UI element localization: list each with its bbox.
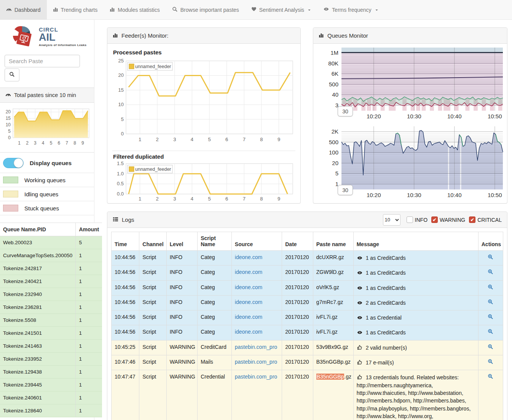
chevron-down-icon xyxy=(375,7,378,13)
svg-text:5: 5 xyxy=(50,140,53,146)
log-paste-name: 53v9Bx9G.gz xyxy=(313,340,353,355)
log-date: 20170120 xyxy=(282,325,313,340)
nav-item-terms-frequency[interactable]: Terms frequency xyxy=(317,0,384,19)
svg-text:15: 15 xyxy=(118,87,124,93)
log-channel: Script xyxy=(139,370,166,420)
logs-col-date: Date xyxy=(282,232,313,251)
zoom-paste-button[interactable] xyxy=(488,345,493,351)
log-level: INFO xyxy=(166,280,198,295)
nav-item-dashboard[interactable]: Dashboard xyxy=(0,0,47,19)
log-script: Categ xyxy=(198,266,232,280)
log-time: 10:44:56 xyxy=(112,280,139,295)
display-queues-toggle[interactable] xyxy=(3,158,24,168)
log-source-link[interactable]: ideone.com xyxy=(235,314,262,320)
legend-idling-queues: Idling queues xyxy=(0,187,94,201)
log-source-link[interactable]: ideone.com xyxy=(235,254,262,260)
eye-icon xyxy=(357,270,363,277)
log-date: 20170120 xyxy=(282,266,313,280)
bars-icon xyxy=(110,6,115,13)
queue-table-row: Tokenize.55081 xyxy=(0,314,102,327)
log-source-link[interactable]: ideone.com xyxy=(235,299,262,305)
zoom-paste-button[interactable] xyxy=(488,329,493,336)
eye-icon xyxy=(357,330,363,336)
zoom-paste-button[interactable] xyxy=(488,360,493,366)
eye-icon xyxy=(323,6,329,13)
log-time: 10:44:56 xyxy=(112,266,139,280)
logo-mark-icon xyxy=(8,24,37,49)
svg-text:6K: 6K xyxy=(332,70,338,77)
svg-text:3: 3 xyxy=(34,140,37,146)
log-time: 10:47:47 xyxy=(112,370,139,420)
svg-text:0.5: 0.5 xyxy=(117,181,124,186)
nav-item-sentiment-analysis[interactable]: Sentiment Analysis xyxy=(245,0,317,19)
queues-global-interval-input[interactable] xyxy=(338,106,353,116)
svg-text:9: 9 xyxy=(278,196,280,202)
total-pastes-chart: 05101520123456789 xyxy=(0,103,94,153)
log-script: Categ xyxy=(198,325,232,340)
svg-text:5: 5 xyxy=(8,129,11,134)
svg-text:1.5: 1.5 xyxy=(117,161,124,166)
svg-text:40: 40 xyxy=(332,91,338,98)
log-channel: Script xyxy=(139,295,166,310)
svg-text:6: 6 xyxy=(57,140,60,146)
svg-text:8: 8 xyxy=(260,196,263,202)
nav-item-trending-charts[interactable]: Trending charts xyxy=(47,0,104,19)
log-row: 10:47:46 Script WARNING Mails pastebin.c… xyxy=(112,355,503,370)
log-channel: Script xyxy=(139,355,166,370)
log-level: INFO xyxy=(166,310,198,325)
search-icon xyxy=(172,6,178,13)
svg-text:7: 7 xyxy=(243,196,246,202)
svg-text:1M: 1M xyxy=(330,49,338,56)
filter-checkbox-info[interactable] xyxy=(407,216,413,223)
thumbs-up-icon xyxy=(357,345,363,352)
log-level: INFO xyxy=(166,251,198,266)
zoom-paste-button[interactable] xyxy=(488,300,493,306)
zoom-paste-button[interactable] xyxy=(488,315,493,321)
queue-table-row: Tokenize.2428171 xyxy=(0,262,102,275)
filter-checkbox-critical[interactable]: ✔ xyxy=(469,216,475,223)
zoom-paste-button[interactable] xyxy=(488,374,493,380)
svg-text:6: 6 xyxy=(225,196,228,202)
svg-text:7: 7 xyxy=(243,137,246,142)
log-time: 10:44:56 xyxy=(112,325,139,340)
legend-working-queues: Working queues xyxy=(0,173,94,187)
log-source-link[interactable]: ideone.com xyxy=(235,284,262,290)
log-time: 10:47:46 xyxy=(112,355,139,370)
log-time: 10:44:56 xyxy=(112,251,139,266)
svg-text:10: 10 xyxy=(118,102,124,107)
log-source-link[interactable]: pastebin.com_pro xyxy=(235,344,277,350)
log-message: 1 as CreditCards xyxy=(353,266,478,280)
svg-text:10:20: 10:20 xyxy=(367,113,381,119)
svg-text:15: 15 xyxy=(6,116,11,121)
log-source-link[interactable]: pastebin.com_pro xyxy=(235,359,277,365)
search-paste-input[interactable] xyxy=(5,55,80,67)
svg-text:20: 20 xyxy=(6,109,11,115)
log-row: 10:47:47 Script WARNING Credential paste… xyxy=(112,370,503,420)
svg-text:8: 8 xyxy=(260,137,263,142)
log-row: 10:44:56 Script INFO Categ ideone.com 20… xyxy=(112,251,503,266)
log-date: 20170120 xyxy=(282,280,313,295)
logs-page-size-select[interactable]: 10 xyxy=(383,214,400,226)
log-source-link[interactable]: pastebin.com_pro xyxy=(235,374,277,380)
zoom-paste-button[interactable] xyxy=(488,255,493,261)
logs-panel-title: Logs xyxy=(122,216,134,223)
log-channel: Script xyxy=(139,266,166,280)
svg-text:20: 20 xyxy=(332,160,338,166)
log-time: 10:44:56 xyxy=(112,310,139,325)
queue-table-header-amount: Amount xyxy=(76,223,102,236)
svg-text:2K: 2K xyxy=(332,128,338,135)
nav-item-modules-statistics[interactable]: Modules statistics xyxy=(104,0,166,19)
processed-pastes-title: Processed pastes xyxy=(113,49,295,56)
queue-table-row: Tokenize.1286401 xyxy=(0,404,102,417)
filter-checkbox-warning[interactable]: ✔ xyxy=(431,216,438,223)
search-button[interactable] xyxy=(5,68,19,81)
zoom-paste-button[interactable] xyxy=(488,270,493,276)
log-source-link[interactable]: ideone.com xyxy=(235,269,262,275)
nav-item-browse-important-pastes[interactable]: Browse important pastes xyxy=(166,0,245,19)
queues-detail-interval-input[interactable] xyxy=(338,185,353,195)
log-source-link[interactable]: ideone.com xyxy=(235,329,262,335)
svg-text:10:40: 10:40 xyxy=(447,192,462,198)
zoom-paste-button[interactable] xyxy=(488,285,493,291)
queue-table-row: Tokenize.2329401 xyxy=(0,288,102,301)
log-paste-name: oVrlK5.gz xyxy=(313,280,353,295)
